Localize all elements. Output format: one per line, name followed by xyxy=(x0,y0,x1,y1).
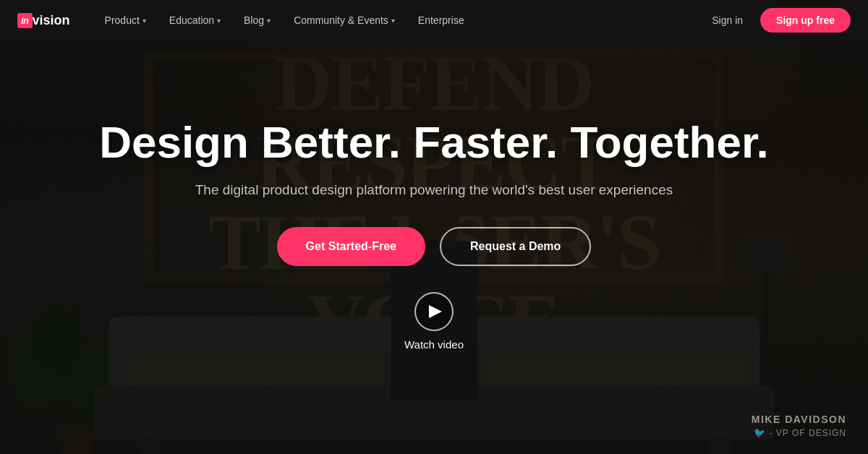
twitter-icon: 🐦 xyxy=(754,427,765,438)
chevron-down-icon: ▾ xyxy=(391,17,395,25)
navbar: in vision Product ▾ Education ▾ Blog ▾ C… xyxy=(0,0,868,40)
attribution-title-row: 🐦 - VP OF DESIGN xyxy=(752,427,846,438)
chevron-down-icon: ▾ xyxy=(267,17,271,25)
request-demo-button[interactable]: Request a Demo xyxy=(440,227,591,266)
nav-item-blog[interactable]: Blog ▾ xyxy=(232,0,282,40)
chevron-down-icon: ▾ xyxy=(142,17,146,25)
hero-title: Design Better. Faster. Together. xyxy=(99,118,769,167)
attribution: MIKE DAVIDSON 🐦 - VP OF DESIGN xyxy=(752,414,846,438)
nav-item-enterprise[interactable]: Enterprise xyxy=(407,0,476,40)
chevron-down-icon: ▾ xyxy=(217,17,221,25)
nav-right-actions: Sign in Sign up free xyxy=(706,8,851,33)
nav-item-community[interactable]: Community & Events ▾ xyxy=(282,0,407,40)
nav-links: Product ▾ Education ▾ Blog ▾ Community &… xyxy=(93,0,707,40)
hero-section: DEFENDRESPECTTHE USER'SVOICE in vision xyxy=(0,0,868,454)
nav-item-education[interactable]: Education ▾ xyxy=(158,0,232,40)
play-icon[interactable] xyxy=(414,292,454,331)
sign-in-button[interactable]: Sign in xyxy=(706,14,749,26)
attribution-role: - VP OF DESIGN xyxy=(770,428,846,438)
hero-subtitle: The digital product design platform powe… xyxy=(99,182,769,198)
nav-item-product[interactable]: Product ▾ xyxy=(93,0,158,40)
attribution-name: MIKE DAVIDSON xyxy=(752,414,846,425)
watch-video-label: Watch video xyxy=(404,338,464,351)
hero-buttons: Get Started-Free Request a Demo xyxy=(99,227,769,266)
hero-content: Design Better. Faster. Together. The dig… xyxy=(85,118,783,350)
logo-wordmark: vision xyxy=(33,13,70,28)
logo[interactable]: in vision xyxy=(17,13,70,28)
watch-video-button[interactable]: Watch video xyxy=(99,292,769,351)
get-started-button[interactable]: Get Started-Free xyxy=(277,227,425,266)
logo-icon: in xyxy=(17,13,33,28)
signup-button[interactable]: Sign up free xyxy=(760,8,851,33)
play-triangle-icon xyxy=(429,305,442,318)
